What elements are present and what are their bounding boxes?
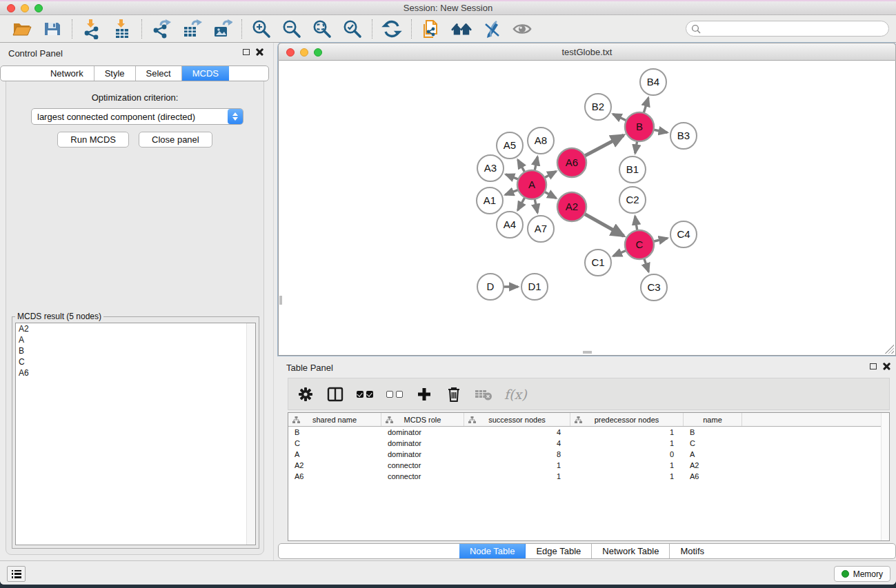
zoom-out-icon[interactable]	[281, 19, 302, 39]
run-mcds-button[interactable]: Run MCDS	[57, 132, 129, 148]
table-cell: B	[288, 428, 381, 436]
table-row[interactable]: A6connector11A6	[288, 471, 889, 482]
add-column-icon[interactable]	[412, 384, 436, 405]
graph-node-B4[interactable]: B4	[640, 69, 666, 95]
graph-node-C1[interactable]: C1	[585, 250, 611, 276]
tab-motifs[interactable]: Motifs	[670, 544, 715, 558]
graph-node-B3[interactable]: B3	[670, 123, 697, 149]
graph-node-A6[interactable]: A6	[557, 148, 586, 177]
column-header-MCDS-role[interactable]: MCDS role	[381, 413, 464, 426]
graph-node-C2[interactable]: C2	[619, 187, 646, 213]
float-panel-icon[interactable]	[243, 49, 250, 55]
hide-annotations-icon[interactable]	[481, 19, 502, 39]
deselect-all-checkboxes-icon[interactable]	[383, 384, 406, 405]
graph-node-D1[interactable]: D1	[521, 274, 548, 300]
vertical-scroll-nub[interactable]	[279, 296, 282, 305]
toolbar-separator	[72, 19, 72, 39]
table-panel-title: Table Panel	[286, 363, 333, 373]
search-field[interactable]	[686, 21, 889, 37]
graph-node-C[interactable]: C	[625, 230, 654, 259]
table-row[interactable]: A2connector11A2	[288, 460, 889, 471]
graph-node-A4[interactable]: A4	[497, 212, 523, 238]
column-header-predecessor-nodes[interactable]: predecessor nodes	[570, 413, 684, 426]
tab-edge-table[interactable]: Edge Table	[526, 544, 592, 558]
graph-node-A[interactable]: A	[517, 170, 546, 199]
panel-splitter[interactable]	[273, 43, 274, 560]
tab-node-table[interactable]: Node Table	[459, 544, 526, 558]
export-image-icon[interactable]	[212, 19, 232, 39]
delete-table-icon[interactable]	[472, 384, 495, 405]
graph-node-B[interactable]: B	[625, 112, 654, 141]
column-header-shared-name[interactable]: shared name	[288, 413, 381, 426]
result-scrollbar[interactable]	[246, 323, 255, 545]
zoom-fit-icon[interactable]	[312, 19, 332, 39]
graph-node-A3[interactable]: A3	[477, 155, 504, 181]
table-scrollbar[interactable]	[881, 413, 889, 540]
export-network-icon[interactable]	[151, 19, 172, 39]
mcds-result-list[interactable]: A2ABCA6	[15, 323, 256, 545]
table-row[interactable]: Adominator80A	[288, 449, 889, 460]
graph-node-A8[interactable]: A8	[528, 128, 554, 154]
network-window-titlebar[interactable]: testGlobe.txt	[278, 43, 896, 61]
table-row[interactable]: Bdominator41B	[288, 427, 889, 438]
graph-node-D[interactable]: D	[477, 274, 504, 300]
tab-network[interactable]: Network	[40, 66, 94, 81]
column-header-successor-nodes[interactable]: successor nodes	[464, 413, 570, 426]
criterion-dropdown[interactable]: largest connected component (directed)	[31, 108, 243, 125]
function-builder-icon[interactable]: f(x)	[504, 387, 527, 402]
table-row[interactable]: Cdominator41C	[288, 438, 889, 449]
graph-node-B2[interactable]: B2	[585, 94, 611, 120]
network-graph[interactable]: AA1A2A3A4A5A6A7A8BB1B2B3B4CC1C2C3C4DD1	[279, 61, 895, 354]
duplicate-network-icon[interactable]	[421, 19, 441, 39]
status-bar: Memory	[0, 560, 896, 585]
home-icon[interactable]	[451, 19, 472, 39]
tab-network-table[interactable]: Network Table	[592, 544, 670, 558]
delete-column-icon[interactable]	[442, 384, 466, 405]
open-session-icon[interactable]	[12, 19, 32, 39]
close-table-panel-icon[interactable]	[883, 363, 890, 370]
tab-style[interactable]: Style	[94, 66, 136, 81]
import-network-icon[interactable]	[81, 19, 102, 39]
graph-node-A7[interactable]: A7	[528, 216, 554, 242]
mcds-result-item[interactable]: B	[16, 345, 255, 356]
table-header-row: shared nameMCDS rolesuccessor nodesprede…	[288, 413, 889, 427]
float-table-panel-icon[interactable]	[870, 363, 877, 369]
tab-select[interactable]: Select	[136, 66, 182, 81]
import-table-icon[interactable]	[112, 19, 132, 39]
graph-node-A1[interactable]: A1	[477, 187, 503, 214]
table-cell: 1	[570, 439, 684, 447]
mcds-result-item[interactable]: A6	[16, 367, 255, 378]
svg-text:B: B	[636, 121, 643, 132]
mcds-result-item[interactable]: C	[16, 356, 255, 367]
mcds-result-item[interactable]: A	[16, 334, 255, 345]
task-history-button[interactable]	[7, 566, 26, 582]
resize-grip[interactable]	[885, 345, 894, 354]
horizontal-scroll-nub[interactable]	[583, 351, 592, 354]
save-session-icon[interactable]	[42, 19, 63, 39]
close-panel-icon[interactable]	[256, 48, 263, 56]
column-header-name[interactable]: name	[684, 413, 742, 426]
table-cell: A6	[684, 472, 742, 480]
zoom-selected-icon[interactable]	[342, 19, 363, 39]
memory-button[interactable]: Memory	[834, 566, 890, 582]
zoom-in-icon[interactable]	[251, 19, 272, 39]
graph-node-C4[interactable]: C4	[670, 221, 697, 247]
graph-node-A2[interactable]: A2	[557, 192, 586, 221]
tab-mcds[interactable]: MCDS	[182, 66, 229, 81]
table-settings-gear-icon[interactable]	[294, 384, 317, 405]
apply-layout-icon[interactable]	[381, 19, 402, 39]
close-panel-button[interactable]: Close panel	[139, 132, 212, 148]
eye-icon[interactable]	[512, 19, 532, 39]
network-canvas[interactable]: AA1A2A3A4A5A6A7A8BB1B2B3B4CC1C2C3C4DD1	[278, 61, 896, 356]
node-table[interactable]: shared nameMCDS rolesuccessor nodesprede…	[288, 412, 890, 541]
graph-node-C3[interactable]: C3	[641, 274, 667, 301]
mcds-result-item[interactable]: A2	[16, 323, 255, 334]
export-table-icon[interactable]	[181, 19, 202, 39]
table-cell: 1	[570, 428, 684, 436]
column-view-icon[interactable]	[323, 384, 347, 405]
hierarchy-icon	[575, 416, 582, 423]
graph-node-B1[interactable]: B1	[619, 156, 646, 183]
search-input[interactable]	[704, 23, 888, 35]
graph-node-A5[interactable]: A5	[497, 132, 523, 159]
select-all-checkboxes-icon[interactable]	[353, 384, 377, 405]
